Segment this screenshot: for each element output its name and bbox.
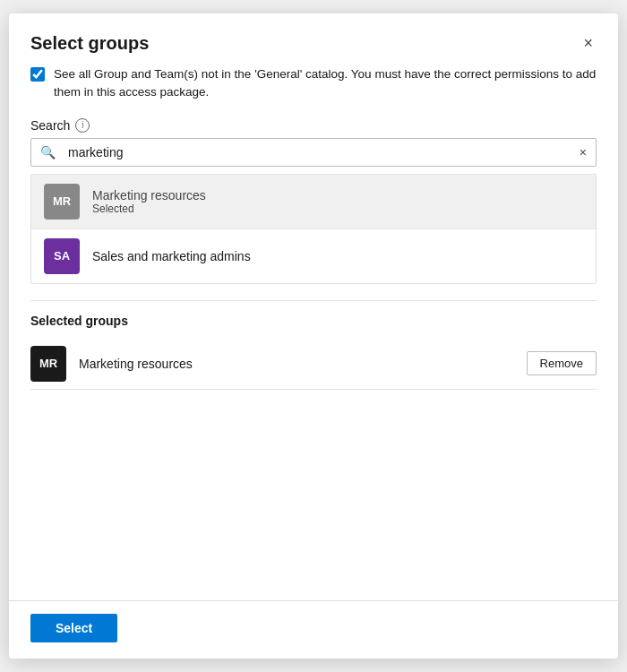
see-all-groups-checkbox[interactable]: [30, 67, 45, 82]
clear-search-button[interactable]: ×: [571, 142, 596, 163]
search-icon: 🔍: [31, 145, 64, 159]
modal-title: Select groups: [30, 33, 149, 54]
avatar-mr-selected-list: MR: [30, 346, 66, 382]
modal-footer: Select: [9, 600, 618, 659]
remove-button-mr[interactable]: Remove: [527, 351, 597, 375]
result-item-sales-marketing[interactable]: SA Sales and marketing admins: [31, 229, 596, 283]
results-list: MR Marketing resources Selected SA Sales…: [30, 174, 597, 284]
avatar-sa: SA: [44, 238, 80, 274]
search-input[interactable]: [64, 139, 571, 166]
checkbox-row: See all Group and Team(s) not in the 'Ge…: [30, 65, 597, 102]
search-input-wrapper: 🔍 ×: [30, 138, 597, 167]
modal-body: See all Group and Team(s) not in the 'Ge…: [9, 65, 618, 600]
selected-groups-title: Selected groups: [30, 314, 597, 328]
result-status-mr: Selected: [92, 202, 206, 215]
result-item-marketing-resources[interactable]: MR Marketing resources Selected: [31, 175, 596, 229]
selected-item-row-mr: MR Marketing resources Remove: [30, 339, 597, 390]
result-name-mr: Marketing resources: [92, 188, 206, 202]
result-text-mr: Marketing resources Selected: [92, 188, 206, 215]
select-button[interactable]: Select: [30, 614, 117, 642]
selected-item-name-mr: Marketing resources: [79, 357, 514, 371]
search-label-row: Search i: [30, 118, 597, 133]
result-text-sa: Sales and marketing admins: [92, 249, 251, 263]
checkbox-label: See all Group and Team(s) not in the 'Ge…: [54, 65, 597, 102]
avatar-mr-selected: MR: [44, 184, 80, 220]
search-label: Search: [30, 118, 70, 133]
info-icon[interactable]: i: [75, 118, 90, 133]
select-groups-modal: Select groups × See all Group and Team(s…: [9, 13, 618, 659]
result-name-sa: Sales and marketing admins: [92, 249, 251, 263]
search-section: Search i 🔍 ×: [30, 118, 597, 167]
selected-groups-section: Selected groups MR Marketing resources R…: [30, 314, 597, 390]
close-button[interactable]: ×: [580, 31, 597, 55]
divider: [30, 300, 597, 301]
modal-header: Select groups ×: [9, 13, 618, 65]
